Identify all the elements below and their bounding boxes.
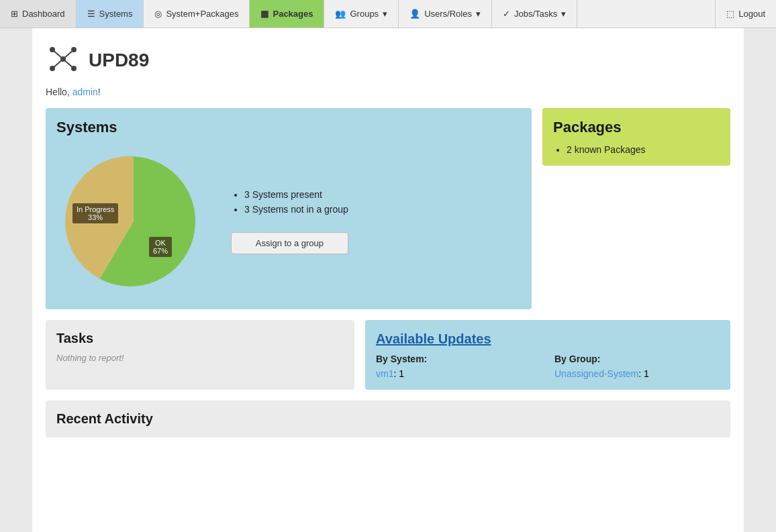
packages-icon: ▦ (260, 9, 269, 19)
hello-line: Hello, admin! (46, 87, 730, 97)
tasks-box: Tasks Nothing to report! (46, 320, 354, 390)
updates-group-count-0: : 1 (638, 368, 649, 379)
users-icon: 👤 (409, 9, 420, 19)
nav-system-packages[interactable]: ◎ System+Packages (144, 0, 250, 28)
packages-title: Packages (553, 119, 720, 136)
systems-inner: In Progress 33% OK 67% 3 Systems present… (56, 144, 521, 299)
systems-title: Systems (56, 119, 521, 136)
logo-area: UPD89 (46, 42, 730, 78)
tasks-nothing: Nothing to report! (56, 353, 344, 363)
recent-activity-box: Recent Activity (46, 401, 730, 437)
svg-line-6 (63, 50, 74, 59)
groups-dropdown-icon: ▾ (383, 9, 387, 19)
updates-by-group: By Group: Unassigned-System: 1 (554, 354, 720, 379)
nav-groups-label: Groups (350, 9, 379, 19)
systems-stat-1: 3 Systems not in a group (244, 204, 348, 215)
updates-box: Available Updates By System: vm1: 1 By G… (365, 320, 730, 390)
updates-title-link[interactable]: Available Updates (376, 331, 491, 346)
pie-chart-svg (56, 144, 211, 299)
systems-stats: 3 Systems present 3 Systems not in a gro… (231, 189, 348, 254)
packages-list: 2 known Packages (553, 144, 720, 155)
packages-item-0: 2 known Packages (567, 144, 720, 155)
nav-logout-label: Logout (738, 9, 765, 19)
updates-by-system: By System: vm1: 1 (376, 354, 541, 379)
svg-line-5 (52, 50, 63, 59)
nav-jobs-tasks-label: Jobs/Tasks (514, 9, 557, 19)
nav-systems[interactable]: ☰ Systems (77, 0, 144, 28)
systems-stat-0: 3 Systems present (244, 189, 348, 200)
bottom-row: Tasks Nothing to report! Available Updat… (46, 320, 730, 390)
packages-box: Packages 2 known Packages (542, 108, 730, 166)
by-system-label: By System: (376, 354, 541, 364)
updates-grid: By System: vm1: 1 By Group: Unassigned-S… (376, 354, 720, 379)
nav-logout[interactable]: ⬚ Logout (715, 0, 776, 28)
system-packages-icon: ◎ (154, 9, 162, 19)
nav-users-roles[interactable]: 👤 Users/Roles ▾ (399, 0, 492, 28)
updates-system-count-0: : 1 (393, 368, 404, 379)
logout-icon: ⬚ (726, 9, 734, 19)
recent-activity-title: Recent Activity (56, 411, 720, 427)
nav-systems-label: Systems (99, 9, 133, 19)
updates-group-link-0[interactable]: Unassigned-System (554, 368, 638, 379)
pie-chart-container: In Progress 33% OK 67% (56, 144, 211, 299)
nav-jobs-tasks[interactable]: ✓ Jobs/Tasks ▾ (492, 0, 577, 28)
page-content: UPD89 Hello, admin! Systems (32, 28, 744, 532)
updates-group-row-0: Unassigned-System: 1 (554, 368, 720, 379)
users-dropdown-icon: ▾ (476, 9, 481, 19)
updates-title-heading: Available Updates (376, 331, 720, 347)
nav-packages-label: Packages (273, 9, 313, 19)
navbar: ⊞ Dashboard ☰ Systems ◎ System+Packages … (0, 0, 776, 28)
app-title: UPD89 (89, 50, 149, 71)
jobs-icon: ✓ (503, 9, 510, 19)
svg-line-7 (52, 59, 63, 68)
assign-to-group-button[interactable]: Assign to a group (231, 232, 348, 254)
dashboard-icon: ⊞ (11, 9, 18, 19)
systems-box: Systems In Progress 33% (46, 108, 532, 309)
nav-system-packages-label: System+Packages (166, 9, 238, 19)
jobs-dropdown-icon: ▾ (561, 9, 566, 19)
hello-prefix: Hello, (46, 87, 70, 97)
by-group-label: By Group: (554, 354, 720, 364)
nav-packages[interactable]: ▦ Packages (250, 0, 324, 28)
systems-stats-list: 3 Systems present 3 Systems not in a gro… (231, 189, 348, 219)
nav-groups[interactable]: 👥 Groups ▾ (324, 0, 399, 28)
updates-system-link-0[interactable]: vm1 (376, 368, 393, 379)
updates-system-row-0: vm1: 1 (376, 368, 541, 379)
nav-users-roles-label: Users/Roles (424, 9, 472, 19)
nav-dashboard[interactable]: ⊞ Dashboard (0, 0, 77, 28)
systems-icon: ☰ (87, 9, 95, 19)
hello-user-link[interactable]: admin (72, 87, 98, 97)
tasks-title: Tasks (56, 331, 344, 346)
app-logo (46, 42, 81, 78)
hello-suffix: ! (98, 87, 101, 97)
groups-icon: 👥 (335, 9, 346, 19)
svg-line-8 (63, 59, 74, 68)
nav-dashboard-label: Dashboard (22, 9, 65, 19)
top-row: Systems In Progress 33% (46, 108, 730, 309)
